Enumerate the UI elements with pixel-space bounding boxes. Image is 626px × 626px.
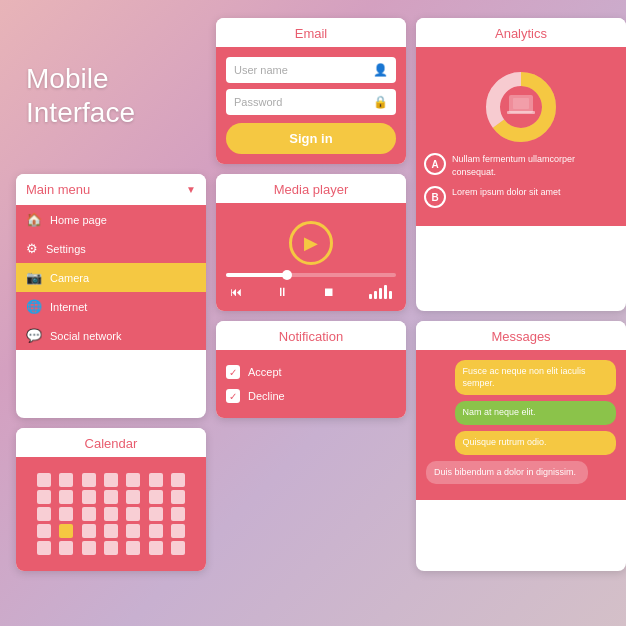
calendar-day[interactable]: [37, 524, 51, 538]
badge-b: B: [424, 186, 446, 208]
calendar-day[interactable]: [104, 473, 118, 487]
calendar-day[interactable]: [149, 524, 163, 538]
password-placeholder: Password: [234, 96, 282, 108]
camera-icon: 📷: [26, 270, 42, 285]
notification-decline: Decline: [226, 384, 396, 408]
calendar-day[interactable]: [59, 524, 73, 538]
play-button[interactable]: ▶: [289, 221, 333, 265]
analytics-item-a: A Nullam fermentum ullamcorper consequat…: [424, 153, 618, 178]
vol-bar-2: [374, 291, 377, 299]
calendar-day[interactable]: [82, 541, 96, 555]
menu-card: Main menu ▼ 🏠 Home page ⚙ Settings 📷 Cam…: [16, 174, 206, 418]
menu-item-settings[interactable]: ⚙ Settings: [16, 234, 206, 263]
menu-item-label: Internet: [50, 301, 87, 313]
calendar-day[interactable]: [37, 541, 51, 555]
vol-bar-1: [369, 294, 372, 299]
calendar-card-header: Calendar: [16, 428, 206, 457]
menu-header: Main menu ▼: [16, 174, 206, 205]
message-1: Fusce ac neque non elit iaculis semper.: [455, 360, 617, 395]
email-card-header: Email: [216, 18, 406, 47]
analytics-text-a: Nullam fermentum ullamcorper consequat.: [452, 153, 618, 178]
calendar-day[interactable]: [82, 473, 96, 487]
calendar-day[interactable]: [149, 541, 163, 555]
pause-button[interactable]: ⏸: [276, 285, 288, 299]
menu-item-label: Camera: [50, 272, 89, 284]
home-icon: 🏠: [26, 212, 42, 227]
password-field[interactable]: Password 🔒: [226, 89, 396, 115]
accept-checkbox[interactable]: [226, 365, 240, 379]
calendar-day[interactable]: [149, 473, 163, 487]
calendar-day[interactable]: [37, 473, 51, 487]
internet-icon: 🌐: [26, 299, 42, 314]
calendar-day[interactable]: [149, 507, 163, 521]
menu-item-camera[interactable]: 📷 Camera: [16, 263, 206, 292]
messages-card: Messages Fusce ac neque non elit iaculis…: [416, 321, 626, 571]
calendar-day[interactable]: [104, 524, 118, 538]
calendar-day[interactable]: [82, 507, 96, 521]
calendar-day[interactable]: [126, 541, 140, 555]
message-4: Duis bibendum a dolor in dignissim.: [426, 461, 588, 485]
menu-dropdown-icon[interactable]: ▼: [186, 184, 196, 195]
sign-in-button[interactable]: Sign in: [226, 123, 396, 154]
analytics-card-body: A Nullam fermentum ullamcorper consequat…: [416, 47, 626, 226]
vol-bar-4: [384, 285, 387, 299]
calendar-day[interactable]: [59, 490, 73, 504]
decline-checkbox[interactable]: [226, 389, 240, 403]
menu-item-internet[interactable]: 🌐 Internet: [16, 292, 206, 321]
media-card-body: ▶ ⏮ ⏸ ⏹: [216, 203, 406, 311]
menu-item-homepage[interactable]: 🏠 Home page: [16, 205, 206, 234]
notification-card: Notification Accept Decline: [216, 321, 406, 418]
calendar-day[interactable]: [126, 524, 140, 538]
page-title: Mobile: [26, 62, 206, 96]
media-controls: ⏮ ⏸ ⏹: [226, 283, 396, 301]
calendar-day[interactable]: [59, 473, 73, 487]
calendar-day[interactable]: [126, 490, 140, 504]
calendar-day[interactable]: [59, 507, 73, 521]
decline-label: Decline: [248, 390, 285, 402]
messages-card-body: Fusce ac neque non elit iaculis semper. …: [416, 350, 626, 500]
social-icon: 💬: [26, 328, 42, 343]
calendar-day[interactable]: [171, 541, 185, 555]
menu-item-label: Social network: [50, 330, 122, 342]
analytics-card-header: Analytics: [416, 18, 626, 47]
calendar-card-body: [16, 457, 206, 571]
calendar-day[interactable]: [37, 507, 51, 521]
notification-card-header: Notification: [216, 321, 406, 350]
calendar-day[interactable]: [104, 507, 118, 521]
media-card-header: Media player: [216, 174, 406, 203]
calendar-day[interactable]: [104, 490, 118, 504]
menu-item-label: Settings: [46, 243, 86, 255]
accept-label: Accept: [248, 366, 282, 378]
calendar-day[interactable]: [171, 507, 185, 521]
username-field[interactable]: User name 👤: [226, 57, 396, 83]
progress-bar[interactable]: [226, 273, 396, 277]
email-card: Email User name 👤 Password 🔒 Sign in: [216, 18, 406, 164]
title-area: Mobile Interface: [16, 18, 206, 164]
message-3: Quisque rutrum odio.: [455, 431, 617, 455]
calendar-day[interactable]: [126, 473, 140, 487]
calendar-day[interactable]: [126, 507, 140, 521]
notification-accept: Accept: [226, 360, 396, 384]
calendar-grid: [26, 467, 196, 561]
rewind-button[interactable]: ⏮: [230, 285, 242, 299]
calendar-day[interactable]: [82, 524, 96, 538]
svg-rect-4: [507, 111, 535, 114]
page-subtitle: Interface: [26, 96, 206, 130]
messages-card-header: Messages: [416, 321, 626, 350]
calendar-day[interactable]: [37, 490, 51, 504]
vol-bar-3: [379, 288, 382, 299]
calendar-day[interactable]: [171, 524, 185, 538]
calendar-day[interactable]: [82, 490, 96, 504]
settings-icon: ⚙: [26, 241, 38, 256]
menu-item-social[interactable]: 💬 Social network: [16, 321, 206, 350]
message-2: Nam at neque elit.: [455, 401, 617, 425]
calendar-day[interactable]: [171, 473, 185, 487]
vol-bar-5: [389, 291, 392, 299]
donut-chart-container: [424, 57, 618, 153]
calendar-day[interactable]: [149, 490, 163, 504]
svg-rect-5: [513, 98, 529, 109]
calendar-day[interactable]: [104, 541, 118, 555]
stop-button[interactable]: ⏹: [323, 285, 335, 299]
calendar-day[interactable]: [59, 541, 73, 555]
calendar-day[interactable]: [171, 490, 185, 504]
